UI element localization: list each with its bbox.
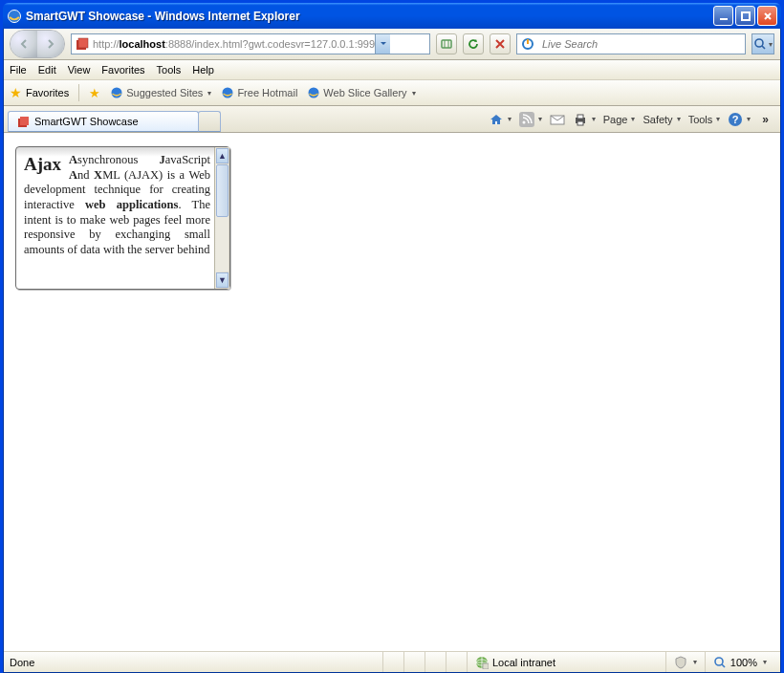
url-host: localhost <box>120 38 165 50</box>
zoom-value: 100% <box>730 657 757 668</box>
ie-small-icon <box>307 86 320 99</box>
address-bar[interactable]: http://localhost:8888/index.html?gwt.cod… <box>71 33 430 54</box>
panel-scrollbar[interactable]: ▲ ▼ <box>214 147 229 289</box>
new-tab-button[interactable] <box>198 111 221 132</box>
free-hotmail-label: Free Hotmail <box>237 87 297 98</box>
url-protocol: http:// <box>93 38 120 50</box>
star-icon: ★ <box>10 85 22 100</box>
tab-favicon <box>16 115 30 128</box>
svg-rect-2 <box>742 12 750 20</box>
menu-bar: File Edit View Favorites Tools Help <box>4 60 780 80</box>
svg-rect-1 <box>720 18 728 20</box>
svg-point-8 <box>755 39 763 47</box>
svg-rect-5 <box>442 40 451 48</box>
window-title: SmartGWT Showcase - Windows Internet Exp… <box>26 10 713 23</box>
svg-rect-25 <box>483 663 489 669</box>
add-favorite-icon[interactable]: ★ <box>89 86 100 100</box>
svg-point-26 <box>715 658 723 665</box>
svg-point-10 <box>223 88 233 98</box>
ie-small-icon <box>110 86 123 99</box>
suggested-sites-link[interactable]: Suggested Sites▾ <box>110 86 211 99</box>
svg-rect-20 <box>577 121 583 125</box>
links-bar: ★ Favorites ★ Suggested Sites▾ Free Hotm… <box>4 80 780 106</box>
zone-label: Local intranet <box>492 657 555 668</box>
ie-small-icon <box>221 86 234 99</box>
zoom-control[interactable]: 100% ▾ <box>705 652 774 672</box>
menu-help[interactable]: Help <box>192 64 214 76</box>
scroll-up-button[interactable]: ▲ <box>216 148 229 163</box>
titlebar[interactable]: SmartGWT Showcase - Windows Internet Exp… <box>3 3 781 29</box>
ie-logo-icon <box>7 9 22 24</box>
ajax-text: Ajax Asynchronous JavaScript And XML (AJ… <box>16 147 214 289</box>
svg-rect-7 <box>527 39 529 44</box>
menu-edit[interactable]: Edit <box>38 64 56 76</box>
url-path: :8888/index.html?gwt.codesvr=127.0.0.1:9… <box>165 38 375 50</box>
menu-view[interactable]: View <box>68 64 91 76</box>
toolbar-overflow[interactable]: » <box>758 113 773 126</box>
ajax-panel: Ajax Asynchronous JavaScript And XML (AJ… <box>15 146 230 290</box>
back-button[interactable] <box>11 31 37 57</box>
menu-file[interactable]: File <box>10 64 27 76</box>
print-button[interactable]: ▾ <box>573 112 596 127</box>
ajax-lead: Ajax <box>24 153 61 176</box>
client-area: http://localhost:8888/index.html?gwt.cod… <box>3 29 781 673</box>
svg-rect-19 <box>577 115 583 119</box>
status-bar: Done Local intranet ▾ 100% ▾ <box>4 651 780 672</box>
scroll-down-button[interactable]: ▼ <box>216 272 229 288</box>
scroll-thumb[interactable] <box>216 164 229 217</box>
menu-tools[interactable]: Tools <box>157 64 182 76</box>
security-zone[interactable]: Local intranet <box>467 652 563 672</box>
refresh-button[interactable] <box>463 33 484 54</box>
suggested-sites-label: Suggested Sites <box>126 87 203 98</box>
svg-point-0 <box>9 10 21 22</box>
tab-strip: SmartGWT Showcase ▾ ▾ ▾ Page▾ Safety▾ To… <box>4 106 780 133</box>
svg-text:?: ? <box>732 114 739 125</box>
bing-icon <box>521 37 534 51</box>
search-input[interactable] <box>538 38 745 50</box>
address-dropdown[interactable] <box>375 34 390 54</box>
free-hotmail-link[interactable]: Free Hotmail <box>221 86 297 99</box>
home-button[interactable]: ▾ <box>489 112 512 127</box>
search-box[interactable] <box>516 33 746 54</box>
command-bar: ▾ ▾ ▾ Page▾ Safety▾ Tools▾ ?▾ » <box>489 112 776 127</box>
protected-mode[interactable]: ▾ <box>665 652 705 672</box>
svg-rect-4 <box>78 38 88 48</box>
page-menu[interactable]: Page▾ <box>603 114 636 125</box>
tab-active[interactable]: SmartGWT Showcase <box>8 111 199 132</box>
status-message: Done <box>10 657 382 668</box>
web-slice-gallery-link[interactable]: Web Slice Gallery▾ <box>307 86 415 99</box>
window-frame: SmartGWT Showcase - Windows Internet Exp… <box>0 0 784 673</box>
page-content: Ajax Asynchronous JavaScript And XML (AJ… <box>4 133 780 651</box>
tab-title: SmartGWT Showcase <box>34 116 139 127</box>
safety-menu[interactable]: Safety▾ <box>642 114 680 125</box>
favorites-button[interactable]: ★ Favorites <box>10 85 69 100</box>
web-slice-label: Web Slice Gallery <box>323 87 406 98</box>
menu-favorites[interactable]: Favorites <box>101 64 144 76</box>
forward-button[interactable] <box>37 31 64 57</box>
compat-view-button[interactable] <box>436 33 457 54</box>
svg-point-11 <box>309 88 319 98</box>
favorites-label: Favorites <box>26 87 69 98</box>
site-icon <box>75 36 90 52</box>
stop-button[interactable] <box>490 33 511 54</box>
maximize-button[interactable] <box>735 6 755 26</box>
minimize-button[interactable] <box>713 6 733 26</box>
intranet-icon <box>475 656 489 669</box>
feeds-button[interactable]: ▾ <box>519 112 542 127</box>
search-go-button[interactable]: ▾ <box>751 33 774 54</box>
close-button[interactable] <box>757 6 777 26</box>
read-mail-button[interactable] <box>550 113 565 126</box>
scroll-track[interactable] <box>216 164 229 271</box>
zoom-icon <box>713 656 727 669</box>
svg-point-16 <box>522 120 525 123</box>
svg-rect-13 <box>20 117 29 125</box>
help-button[interactable]: ?▾ <box>728 112 751 127</box>
svg-point-9 <box>112 88 122 98</box>
shield-icon <box>674 656 687 669</box>
svg-rect-14 <box>495 121 497 124</box>
tools-menu[interactable]: Tools▾ <box>688 114 721 125</box>
nav-toolbar: http://localhost:8888/index.html?gwt.cod… <box>4 29 780 60</box>
